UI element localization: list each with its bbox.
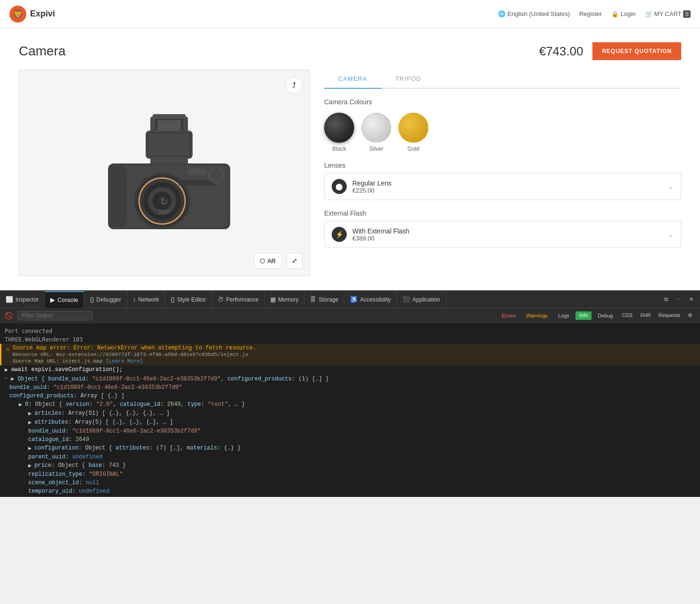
product-area: ⤴	[19, 70, 681, 276]
camera-3d-view: ↻ 360°	[75, 102, 254, 243]
tab-network-label: Network	[138, 296, 159, 303]
tab-style-editor-label: Style Editor	[177, 296, 206, 303]
lenses-chevron-icon: ⌄	[668, 183, 674, 190]
product-tabs: CAMERA TRIPOD	[324, 70, 681, 89]
console-line-thumbnail: ▶ thumbnail: "data:image/jpeg;base64,/9j…	[0, 496, 700, 497]
colour-swatch-black	[324, 113, 354, 143]
thumbnail-text: thumbnail: "data:image/jpeg;base64,/9j/4…	[34, 496, 695, 497]
colour-option-black[interactable]: Black	[324, 113, 354, 152]
lenses-dropdown[interactable]: ⬤ Regular Lens €225.00 ⌄	[324, 173, 681, 200]
tab-debugger-label: Debugger	[96, 296, 121, 303]
debug-filter-button[interactable]: Debug	[593, 311, 617, 320]
devtools-actions: ⧉ ⋯ ✕	[661, 295, 700, 303]
temporary-text: temporary_uid: undefined	[28, 488, 695, 495]
fullscreen-button[interactable]: ⤢	[287, 253, 303, 269]
product-title: Camera	[19, 44, 66, 59]
console-line-catid: catalogue_id: 2649	[0, 435, 700, 444]
learn-more-link[interactable]: [Learn More]	[106, 358, 143, 364]
bottom-controls: ⬡ AR ⤢	[254, 253, 303, 269]
accessibility-icon: ♿	[350, 296, 358, 303]
tab-memory[interactable]: ▦ Memory	[264, 291, 304, 308]
config-panel: CAMERA TRIPOD Camera Colours Black Silve…	[324, 70, 681, 276]
svg-rect-17	[188, 168, 207, 175]
xhr-filter-button[interactable]: XHR	[637, 311, 653, 320]
svg-rect-6	[148, 133, 190, 156]
share-button[interactable]: ⤴	[286, 77, 303, 94]
badge-360: ↻ 360°	[158, 196, 171, 215]
tab-storage[interactable]: 🗄 Storage	[304, 291, 344, 308]
tab-debugger[interactable]: {} Debugger	[84, 291, 127, 308]
tab-application[interactable]: ⬛ Application	[397, 291, 446, 308]
tab-inspector-label: Inspector	[16, 296, 39, 303]
flash-dropdown-left: ⚡ With External Flash €389.00	[332, 227, 409, 242]
console-line-warning: ⚠ Source map error: Error: NetworkError …	[0, 344, 700, 365]
css-filter-button[interactable]: CSS	[619, 311, 636, 320]
info-filter-button[interactable]: Info	[576, 311, 591, 320]
flash-section: External Flash ⚡ With External Flash €38…	[324, 209, 681, 248]
lenses-label: Lenses	[324, 162, 681, 169]
nav-register[interactable]: Register	[579, 10, 602, 17]
tab-performance[interactable]: ⏱ Performance	[212, 291, 264, 308]
nav-login[interactable]: 🔒 Login	[611, 10, 635, 17]
nav-right: 🌐 English (United States) Register 🔒 Log…	[498, 10, 691, 17]
toolbar-right: Errors Warnings Logs Info Debug CSS XHR …	[498, 311, 695, 320]
nav-cart[interactable]: 🛒 MY CART 0	[645, 10, 691, 17]
flash-icon: ⚡	[332, 227, 347, 242]
console-line-input: ▶ await expivi.saveConfiguration();	[0, 365, 700, 374]
tab-console[interactable]: ▶ Console	[45, 291, 84, 308]
logo-text: Expivi	[30, 9, 55, 19]
tab-network[interactable]: ↕ Network	[127, 291, 165, 308]
price-area: €743.00 REQUEST QUOTATION	[539, 42, 681, 60]
colour-label-gold: Gold	[407, 146, 419, 152]
console-line-replication: replication_type: "ORIGINAL"	[0, 470, 700, 479]
more-button[interactable]: ⋯	[673, 295, 684, 303]
nav-language[interactable]: 🌐 English (United States)	[498, 10, 570, 17]
colour-label-black: Black	[332, 146, 346, 152]
tab-accessibility-label: Accessibility	[360, 296, 390, 303]
ar-button[interactable]: ⬡ AR	[254, 253, 282, 269]
devtools-tabs: ⬜ Inspector ▶ Console {} Debugger ↕ Netw…	[0, 291, 700, 308]
logs-filter-button[interactable]: Logs	[554, 311, 574, 320]
tab-style-editor[interactable]: {} Style Editor	[165, 291, 212, 308]
console-line-temporary: temporary_uid: undefined	[0, 487, 700, 496]
requests-filter-button[interactable]: Requests	[656, 311, 683, 320]
lenses-section: Lenses ⬤ Regular Lens €225.00 ⌄	[324, 162, 681, 200]
console-line-attributes: ▶ attributes: Array(5) [ {…}, {…}, {…}, …	[0, 418, 700, 427]
console-line-configured: configured_products: Array [ {…} ]	[0, 392, 700, 400]
tab-accessibility[interactable]: ♿ Accessibility	[344, 291, 397, 308]
warnings-filter-button[interactable]: Warnings	[522, 311, 552, 320]
lens-icon: ⬤	[332, 179, 347, 194]
colour-option-silver[interactable]: Silver	[361, 113, 391, 152]
request-quotation-button[interactable]: REQUEST QUOTATION	[592, 42, 681, 60]
logo[interactable]: 🦁 Expivi	[9, 6, 55, 23]
tab-inspector[interactable]: ⬜ Inspector	[0, 291, 45, 308]
replication-text: replication_type: "ORIGINAL"	[28, 471, 695, 478]
settings-icon[interactable]: ⚙	[685, 311, 695, 320]
performance-icon: ⏱	[218, 296, 224, 303]
articles-text: articles: Array(51) [ {…}, {…}, {…}, … ]	[34, 410, 695, 417]
errors-filter-button[interactable]: Errors	[498, 311, 520, 320]
input-prompt-icon: ▶	[5, 366, 8, 373]
lenses-text: Regular Lens €225.00	[352, 179, 391, 194]
bundle2-text: bundle_uuid: "c1d1089f-0cc1-46e6-2ac2-e3…	[28, 428, 695, 434]
bundle-text: bundle_uuid: "c1d1089f-0cc1-46e6-2ac2-e3…	[9, 384, 695, 391]
console-output: Port connected THREE.WebGLRenderer 103 ⚠…	[0, 323, 700, 497]
colour-option-gold[interactable]: Gold	[398, 113, 428, 152]
console-icon: ▶	[50, 296, 55, 303]
svg-rect-21	[108, 166, 127, 227]
clear-console-icon[interactable]: 🚫	[5, 312, 13, 319]
close-devtools-button[interactable]: ✕	[686, 295, 696, 303]
filter-output-input[interactable]	[17, 311, 93, 320]
tab-tripod[interactable]: TRIPOD	[381, 70, 436, 88]
application-icon: ⬛	[403, 296, 410, 303]
camera-image	[85, 107, 244, 239]
console-line-bundle2: bundle_uuid: "c1d1089f-0cc1-46e6-2ac2-e3…	[0, 427, 700, 435]
svg-point-23	[210, 169, 223, 182]
dock-button[interactable]: ⧉	[661, 295, 671, 303]
memory-icon: ▦	[270, 296, 276, 303]
logo-icon: 🦁	[9, 6, 26, 23]
360-icon: ↻	[160, 196, 168, 207]
tab-camera[interactable]: CAMERA	[324, 70, 381, 89]
colour-label-silver: Silver	[369, 146, 383, 152]
flash-dropdown[interactable]: ⚡ With External Flash €389.00 ⌄	[324, 221, 681, 248]
